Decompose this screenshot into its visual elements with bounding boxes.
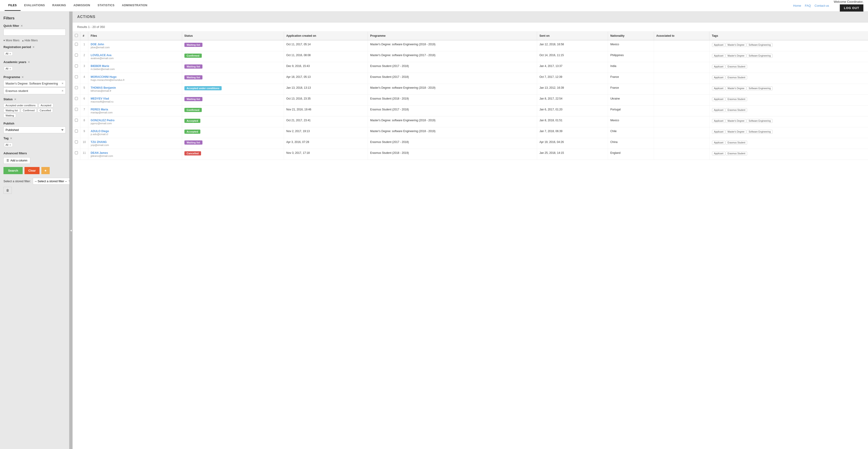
publish-select[interactable]: PublishedUnpublishedAll	[3, 127, 66, 133]
nav-tab-ranking[interactable]: RANKING	[49, 0, 70, 11]
row-number: 1	[81, 40, 88, 51]
row-file: ADULO Diegop.adu@cmail.cl	[88, 127, 182, 138]
quick-filter-clear[interactable]: ✕	[21, 24, 23, 28]
status-chip[interactable]: Waiting	[3, 114, 16, 118]
trash-button[interactable]: 🗑	[3, 187, 12, 194]
academic-years-clear[interactable]: ✕	[28, 61, 30, 64]
file-name-link[interactable]: DEAN James	[91, 151, 179, 155]
status-badge: Confirmed	[184, 108, 202, 112]
logout-button[interactable]: LOG OUT	[840, 4, 863, 11]
stored-filter-select[interactable]: -- Select a stored filter --	[33, 178, 73, 185]
results-info: Results 1 - 20 of 350	[72, 23, 868, 32]
file-name-link[interactable]: THOMAS Benjamin	[91, 86, 179, 89]
th-associated-to: Associated to	[654, 32, 710, 40]
nav-tab-administration[interactable]: ADMINISTRATION	[118, 0, 151, 11]
row-status: Waiting list	[182, 62, 284, 73]
table-row: 5THOMAS Benjaminbthomas@email.frAccepted…	[72, 84, 868, 95]
status-section: Status ✕ Accepted under conditionsAccept…	[3, 97, 66, 119]
tag-chip-all[interactable]: All ✕	[4, 143, 13, 147]
row-checkbox[interactable]	[75, 64, 78, 67]
row-checkbox[interactable]	[75, 151, 78, 154]
file-name-link[interactable]: LOVELACE Ava	[91, 54, 179, 57]
row-nationality: France	[608, 73, 654, 84]
row-app-created: Oct 21, 2017, 23:41	[284, 117, 368, 127]
programme-tag[interactable]: Master's Degree: Software Engineering ✕	[3, 80, 66, 87]
star-button[interactable]: ★	[41, 167, 50, 174]
clear-button[interactable]: Clear	[25, 167, 39, 174]
reg-period-clear[interactable]: ✕	[32, 45, 35, 49]
row-checkbox[interactable]	[75, 119, 78, 122]
more-filters-toggle[interactable]: ▾ More filters	[3, 39, 20, 42]
status-chip[interactable]: Confirmed	[21, 108, 37, 113]
list-icon: ☰	[6, 159, 9, 162]
select-all-checkbox[interactable]	[75, 34, 78, 37]
nav-tab-admission[interactable]: ADMISSION	[70, 0, 94, 11]
row-checkbox[interactable]	[75, 97, 78, 100]
file-name-link[interactable]: BIEBER Marie	[91, 64, 179, 68]
row-number: 3	[81, 62, 88, 73]
stored-filter-row: Select a stored filter: -- Select a stor…	[3, 178, 66, 185]
status-chip[interactable]: Waiting list	[3, 108, 20, 113]
tag-badge: Erasmus Student	[726, 97, 747, 101]
status-chip[interactable]: Accepted	[39, 103, 53, 107]
nav-link-faq[interactable]: FAQ	[805, 4, 811, 7]
tag-badge: Applicant	[712, 75, 725, 79]
quick-filter-input[interactable]	[3, 29, 66, 36]
th-status: Status	[182, 32, 284, 40]
row-status: Accepted	[182, 127, 284, 138]
status-clear[interactable]: ✕	[14, 98, 17, 101]
file-name-link[interactable]: MORACCHINI Hugo	[91, 75, 179, 78]
row-checkbox[interactable]	[75, 108, 78, 111]
row-number: 5	[81, 84, 88, 95]
row-programme: Erasmus Student (2017 - 2018)	[368, 73, 537, 84]
row-checkbox[interactable]	[75, 130, 78, 133]
status-chip[interactable]: Accepted under conditions	[3, 103, 38, 107]
row-app-created: Oct 11, 2017, 05:14	[284, 40, 368, 51]
row-sent-on: Jan 25, 2018, 14:15	[537, 149, 608, 160]
row-associated-to	[654, 95, 710, 105]
programme-tag[interactable]: Erasmus student ✕	[3, 88, 66, 94]
programme-clear[interactable]: ✕	[22, 75, 24, 79]
file-name-link[interactable]: TZU ZHANG	[91, 140, 179, 144]
row-programme: Erasmus Student (2017 - 2018)	[368, 138, 537, 149]
row-checkbox[interactable]	[75, 54, 78, 57]
row-checkbox[interactable]	[75, 140, 78, 143]
status-chip[interactable]: Cancelled	[38, 108, 53, 113]
row-checkbox[interactable]	[75, 86, 78, 89]
nav-tab-files[interactable]: FILES	[5, 0, 21, 11]
file-email: p.adu@cmail.cl	[91, 133, 179, 136]
nav-tab-evaluations[interactable]: EVALUATIONS	[21, 0, 49, 11]
row-checkbox[interactable]	[75, 75, 78, 78]
nav-link-home[interactable]: Home	[793, 4, 801, 7]
row-programme: Erasmus Student (2018 - 2019)	[368, 95, 537, 105]
row-sent-on: Jan 13, 2012, 16:39	[537, 84, 608, 95]
tag-clear[interactable]: ✕	[10, 137, 12, 140]
file-name-link[interactable]: PERES Maria	[91, 108, 179, 111]
hide-filters-toggle[interactable]: ▴ Hide filters	[22, 39, 38, 42]
status-badge: Waiting list	[184, 75, 203, 79]
file-name-link[interactable]: DOE John	[91, 43, 179, 46]
row-nationality: Ukraine	[608, 95, 654, 105]
reg-period-tag-all[interactable]: All ✕	[4, 52, 13, 56]
file-name-link[interactable]: ADULO Diego	[91, 130, 179, 133]
row-associated-to	[654, 138, 710, 149]
row-associated-to	[654, 62, 710, 73]
tag-badge: Applicant	[712, 119, 725, 123]
academic-years-tag-all[interactable]: All ✕	[4, 66, 13, 71]
row-app-created: Nov 2, 2017, 19:13	[284, 127, 368, 138]
file-name-link[interactable]: GONZALEZ Pedro	[91, 119, 179, 122]
add-column-button[interactable]: ☰ Add a column	[3, 157, 30, 164]
row-checkbox[interactable]	[75, 43, 78, 46]
search-button[interactable]: Search	[3, 167, 23, 174]
th-files: Files	[88, 32, 182, 40]
collapse-handle[interactable]: ◀	[69, 11, 72, 449]
file-name-link[interactable]: MEDYEV Vlad	[91, 97, 179, 100]
nav-links: HomeFAQContact-us	[793, 4, 829, 7]
table-row: 2LOVELACE Avaavalove@email.comConfirmedO…	[72, 51, 868, 62]
row-status: Cancelled	[182, 149, 284, 160]
tag-badge: Applicant	[712, 130, 725, 134]
row-programme: Master's Degree: software Engineering (2…	[368, 127, 537, 138]
nav-tab-statistics[interactable]: STATISTICS	[94, 0, 118, 11]
nav-link-contact[interactable]: Contact-us	[815, 4, 829, 7]
academic-years-tags: All ✕	[3, 65, 66, 72]
